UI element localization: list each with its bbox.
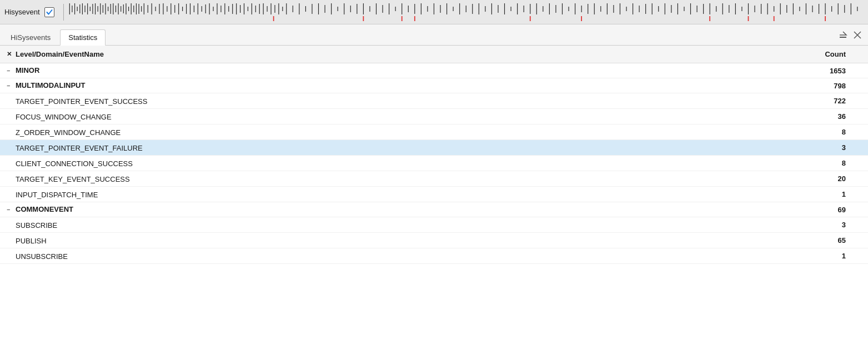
table-row[interactable]: −COMMONEVENT69	[0, 202, 868, 217]
tab-bar: HiSysevents Statistics	[0, 24, 868, 46]
table-row[interactable]: Z_ORDER_WINDOW_CHANGE8	[0, 124, 868, 140]
row-label: UNSUBSCRIBE	[16, 252, 68, 261]
app-title: Hisysevent	[4, 8, 40, 16]
statistics-table: ✕ Level/Domain/EventName Count −MINOR165…	[0, 46, 868, 264]
row-count: 1	[656, 248, 868, 264]
minimize-tab-btn[interactable]	[837, 29, 849, 41]
tab-statistics[interactable]: Statistics	[60, 29, 106, 46]
row-label: TARGET_POINTER_EVENT_SUCCESS	[16, 97, 147, 106]
row-count: 69	[656, 202, 868, 217]
collapse-all-icon[interactable]: ✕	[7, 51, 13, 58]
app-checkbox[interactable]	[44, 7, 54, 17]
close-tab-btn[interactable]	[851, 29, 864, 41]
table-row[interactable]: FOCUS_WINDOW_CHANGE36	[0, 109, 868, 124]
table-row[interactable]: CLIENT_CONNECTION_SUCCESS8	[0, 156, 868, 171]
table-row[interactable]: −MINOR1653	[0, 63, 868, 78]
row-count: 65	[656, 233, 868, 248]
row-label: PUBLISH	[16, 237, 47, 245]
table-row[interactable]: −MULTIMODALINPUT798	[0, 78, 868, 93]
row-count: 8	[656, 156, 868, 171]
expand-spacer	[7, 190, 14, 197]
col-header-name[interactable]: ✕ Level/Domain/EventName	[0, 46, 656, 63]
top-bar: Hisysevent	[0, 0, 868, 24]
table-row[interactable]: TARGET_POINTER_EVENT_SUCCESS722	[0, 93, 868, 109]
collapse-icon[interactable]: −	[7, 206, 14, 214]
row-label: CLIENT_CONNECTION_SUCCESS	[16, 159, 133, 168]
table-row[interactable]: UNSUBSCRIBE1	[0, 248, 868, 264]
waveform-area	[68, 2, 864, 22]
row-label: FOCUS_WINDOW_CHANGE	[16, 113, 112, 121]
row-count: 1653	[656, 63, 868, 78]
row-count: 3	[656, 140, 868, 156]
collapse-icon[interactable]: −	[7, 67, 14, 75]
row-count: 722	[656, 93, 868, 109]
col-header-count: Count	[656, 46, 868, 63]
vertical-divider	[63, 4, 64, 21]
expand-spacer	[7, 236, 14, 243]
expand-spacer	[7, 96, 14, 104]
statistics-table-container: ✕ Level/Domain/EventName Count −MINOR165…	[0, 46, 868, 349]
row-label: Z_ORDER_WINDOW_CHANGE	[16, 128, 121, 137]
table-header-row: ✕ Level/Domain/EventName Count	[0, 46, 868, 63]
row-count: 8	[656, 124, 868, 140]
expand-spacer	[7, 220, 14, 228]
row-label: MULTIMODALINPUT	[16, 81, 85, 89]
svg-rect-166	[840, 37, 846, 38]
row-count: 798	[656, 78, 868, 93]
waveform-svg	[68, 2, 864, 22]
table-row[interactable]: TARGET_KEY_EVENT_SUCCESS20	[0, 171, 868, 187]
tab-hisysevents[interactable]: HiSysevents	[2, 29, 59, 45]
row-label: INPUT_DISPATCH_TIME	[16, 191, 98, 199]
table-row[interactable]: TARGET_POINTER_EVENT_FAILURE3	[0, 140, 868, 156]
row-count: 36	[656, 109, 868, 124]
table-row[interactable]: PUBLISH65	[0, 233, 868, 248]
row-label: MINOR	[16, 66, 39, 74]
row-count: 20	[656, 171, 868, 187]
row-label: SUBSCRIBE	[16, 221, 57, 230]
row-label: COMMONEVENT	[16, 205, 73, 213]
expand-spacer	[7, 251, 14, 259]
row-count: 1	[656, 187, 868, 202]
table-row[interactable]: SUBSCRIBE3	[0, 217, 868, 233]
row-count: 3	[656, 217, 868, 233]
tab-bar-actions	[837, 29, 864, 41]
expand-spacer	[7, 158, 14, 166]
collapse-icon[interactable]: −	[7, 82, 14, 90]
row-label: TARGET_KEY_EVENT_SUCCESS	[16, 175, 130, 183]
expand-spacer	[7, 112, 14, 119]
expand-spacer	[7, 127, 14, 135]
expand-spacer	[7, 174, 14, 182]
table-row[interactable]: INPUT_DISPATCH_TIME1	[0, 187, 868, 202]
row-label: TARGET_POINTER_EVENT_FAILURE	[16, 144, 143, 152]
expand-spacer	[7, 143, 14, 151]
